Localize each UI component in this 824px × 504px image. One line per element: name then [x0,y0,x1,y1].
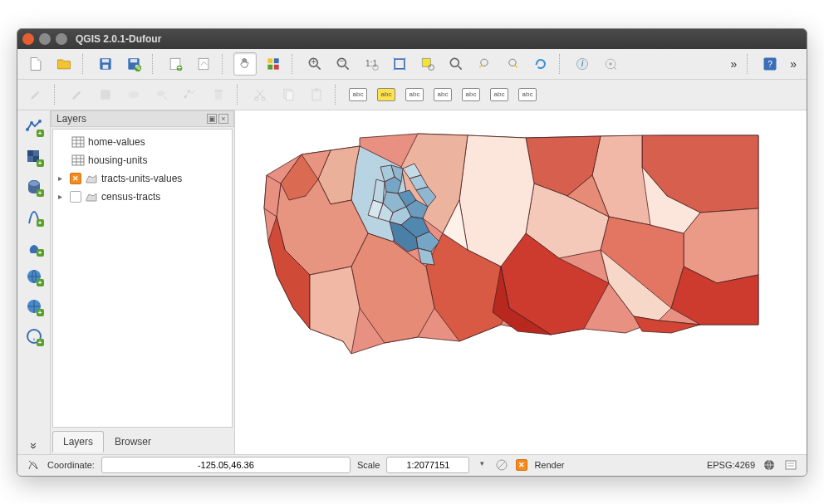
cut-button[interactable] [248,83,272,106]
window-title: QGIS 2.0.1-Dufour [76,33,161,45]
label-pin-button[interactable]: abc [403,83,426,106]
add-wfs-button[interactable]: + [22,295,46,318]
add-raster-button[interactable]: + [22,145,46,169]
add-vector-button[interactable]: + [22,115,46,139]
toolbar-overflow2-icon[interactable]: » [787,57,800,71]
panel-close-button[interactable]: × [218,114,228,124]
pan-button[interactable] [233,52,257,76]
main-body: + + + + + + + ,+ » Layers ▣ × ho [17,110,807,454]
toggle-edit-button[interactable] [24,83,47,106]
stop-render-icon[interactable] [494,458,509,472]
label-show-button[interactable]: abc [431,83,454,106]
save-as-button[interactable]: ✎ [122,52,145,76]
label-change-button[interactable]: abc [516,83,539,106]
copy-button[interactable] [277,83,300,106]
crs-button[interactable] [762,458,777,472]
svg-point-56 [29,181,39,186]
svg-rect-2 [103,64,109,68]
tab-layers[interactable]: Layers [52,431,104,453]
svg-rect-52 [27,150,33,156]
zoom-next-button[interactable] [501,52,524,76]
expand-icon[interactable]: ▸ [58,174,66,183]
svg-rect-13 [267,64,272,69]
map-canvas[interactable] [235,110,807,454]
app-window: QGIS 2.0.1-Dufour ✎ + + − 1:1 i » ? » [17,28,807,477]
svg-line-27 [459,66,462,69]
zoom-out-button[interactable]: − [331,52,355,76]
svg-line-73 [498,462,505,468]
add-postgis-button[interactable]: + [22,175,46,198]
window-maximize-button[interactable] [56,33,67,45]
label-rotate-button[interactable]: abc [488,83,511,106]
open-project-button[interactable] [52,52,76,76]
scale-input[interactable] [386,457,469,473]
svg-point-49 [26,128,29,131]
render-checkbox[interactable] [516,459,527,471]
new-composer-button[interactable]: + [164,52,187,76]
svg-rect-66 [72,155,84,165]
layer-tree[interactable]: home-values housing-units ▸ tracts-units… [52,129,233,428]
zoom-layer-button[interactable] [444,52,468,76]
coordinate-input[interactable] [101,457,351,473]
add-wcs-button[interactable]: + [22,265,46,288]
add-wms-button[interactable]: + [22,235,46,258]
node-tool-button[interactable] [179,83,202,106]
add-feature-button[interactable] [122,83,145,106]
save-button[interactable] [94,52,117,76]
panel-tabs: Layers Browser [51,429,234,454]
svg-rect-14 [274,64,279,69]
add-spatialite-button[interactable]: + [22,205,46,228]
move-feature-button[interactable] [150,83,174,106]
svg-point-38 [156,91,164,96]
scale-dropdown-icon[interactable]: ▾ [476,459,488,471]
refresh-button[interactable] [529,52,552,76]
svg-rect-47 [312,90,321,100]
layer-item-home-values[interactable]: home-values [55,133,230,151]
svg-rect-48 [315,88,319,91]
svg-text:✎: ✎ [135,62,141,71]
panel-undock-button[interactable]: ▣ [207,114,217,124]
add-csv-button[interactable]: ,+ [22,325,46,348]
tab-browser[interactable]: Browser [104,431,162,453]
composer-manager-button[interactable] [192,52,215,76]
svg-text:−: − [339,56,344,66]
help-button[interactable]: ? [758,52,782,76]
render-label: Render [534,460,564,470]
svg-rect-23 [395,59,405,69]
toggle-extents-icon[interactable] [26,458,41,472]
layer-checkbox[interactable] [70,173,81,184]
save-edits-button[interactable] [94,83,117,106]
table-icon [71,154,85,166]
svg-rect-53 [33,150,39,156]
action-button[interactable] [599,52,622,76]
zoom-selection-button[interactable] [416,52,439,76]
toolbar-primary: ✎ + + − 1:1 i » ? » [17,49,807,80]
layer-item-tracts-units-values[interactable]: ▸ tracts-units-values [55,169,230,188]
window-minimize-button[interactable] [39,33,51,45]
identify-button[interactable]: i [571,52,594,76]
zoom-last-button[interactable] [473,52,496,76]
window-close-button[interactable] [22,33,34,45]
layer-item-housing-units[interactable]: housing-units [55,151,230,169]
left-overflow-icon[interactable]: » [24,443,44,449]
paste-button[interactable] [305,83,328,106]
coord-label: Coordinate: [47,460,95,470]
current-edits-button[interactable] [66,83,89,106]
zoom-native-button[interactable]: 1:1 [360,52,383,76]
svg-text:+: + [177,62,182,71]
toolbar-overflow-icon[interactable]: » [727,57,740,71]
label-highlight-button[interactable]: abc [375,83,398,106]
new-project-button[interactable] [24,52,47,76]
zoom-full-button[interactable] [388,52,411,76]
log-button[interactable] [783,458,798,472]
label-abc-button[interactable]: abc [346,83,370,106]
delete-button[interactable] [207,83,230,106]
label-move-button[interactable]: abc [459,83,483,106]
zoom-in-button[interactable]: + [303,52,326,76]
pan-selection-button[interactable] [262,52,285,76]
left-toolbar: + + + + + + + ,+ » [17,110,51,454]
svg-text:+: + [311,56,316,66]
expand-icon[interactable]: ▸ [58,192,66,201]
layer-item-census-tracts[interactable]: ▸ census-tracts [55,188,230,206]
layer-checkbox[interactable] [70,191,81,203]
